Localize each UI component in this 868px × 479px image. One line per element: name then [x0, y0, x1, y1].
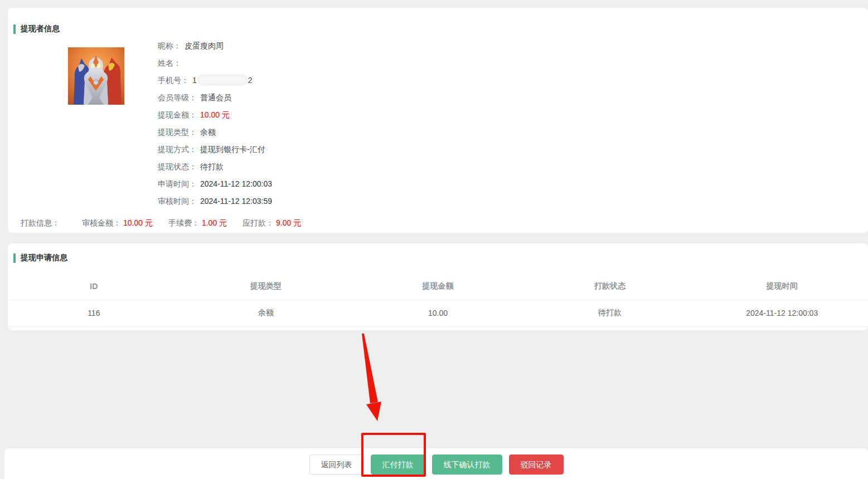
- cell-status: 待打款: [524, 300, 696, 326]
- application-card-title: 提现申请信息: [13, 253, 67, 263]
- field-withdraw-method: 提现方式：提现到银行卡-汇付: [158, 141, 272, 158]
- col-header-status: 打款状态: [524, 273, 696, 300]
- col-header-type: 提现类型: [180, 273, 352, 300]
- field-label: 手机号：: [158, 76, 189, 85]
- section-title-text: 提现者信息: [21, 24, 60, 34]
- field-apply-time: 申请时间：2024-11-12 12:00:03: [158, 175, 272, 193]
- green-accent-bar: [13, 25, 16, 34]
- field-value: 提现到银行卡-汇付: [200, 145, 265, 154]
- field-value: 待打款: [200, 162, 224, 171]
- field-value: 普通会员: [200, 93, 231, 102]
- field-label: 昵称：: [158, 41, 181, 50]
- reject-record-button[interactable]: 驳回记录: [509, 454, 564, 475]
- col-header-time: 提现时间: [696, 273, 868, 300]
- col-header-amount: 提现金额: [352, 273, 524, 300]
- phone-suffix: 2: [248, 76, 253, 85]
- field-name: 姓名：: [158, 55, 272, 72]
- phone-prefix: 1: [192, 76, 197, 85]
- payment-audit-amount: 审核金额：10.00 元: [82, 218, 153, 227]
- field-withdraw-status: 提现状态：待打款: [158, 158, 272, 175]
- field-value: 2024-11-12 12:00:03: [200, 179, 272, 188]
- field-nickname: 昵称：皮蛋瘦肉周: [158, 37, 272, 55]
- table-header-row: ID 提现类型 提现金额 打款状态 提现时间: [8, 273, 868, 300]
- huifu-pay-button[interactable]: 汇付打款: [371, 454, 425, 475]
- offline-confirm-pay-button[interactable]: 线下确认打款: [432, 454, 502, 475]
- payment-info-row: 打款信息：审核金额：10.00 元手续费：1.00 元应打款：9.00 元: [21, 214, 317, 232]
- field-label: 审核时间：: [158, 197, 197, 206]
- field-label: 申请时间：: [158, 179, 197, 188]
- field-withdraw-amount: 提现金额：10.00 元: [158, 106, 272, 124]
- cell-amount: 10.00: [352, 300, 524, 326]
- section-title-text: 提现申请信息: [21, 253, 67, 263]
- field-label: 会员等级：: [158, 93, 197, 102]
- withdrawal-detail-page: { "colors": { "page_bg": "#efefef", "acc…: [0, 0, 868, 479]
- table-row: 116 余额 10.00 待打款 2024-11-12 12:00:03: [8, 300, 868, 326]
- payment-due: 应打款：9.00 元: [243, 218, 301, 227]
- payment-info-label: 打款信息：: [21, 218, 60, 227]
- withdrawer-fields: 昵称：皮蛋瘦肉周 姓名： 手机号：12 会员等级：普通会员 提现金额：10.00…: [158, 37, 272, 210]
- field-value: 皮蛋瘦肉周: [185, 41, 224, 50]
- withdrawal-table: ID 提现类型 提现金额 打款状态 提现时间 116 余额 10.00 待打款 …: [8, 273, 868, 327]
- field-value: 余额: [200, 128, 216, 136]
- withdrawer-info-card: 提现者信息: [8, 8, 868, 233]
- field-label: 姓名：: [158, 58, 181, 67]
- field-value: 2024-11-12 12:03:59: [200, 197, 272, 206]
- cell-type: 余额: [180, 300, 352, 326]
- field-label: 提现状态：: [158, 162, 197, 171]
- col-header-id: ID: [8, 273, 180, 300]
- field-label: 提现方式：: [158, 145, 197, 154]
- avatar: [68, 47, 124, 105]
- field-value-red: 10.00 元: [200, 110, 230, 119]
- field-label: 提现类型：: [158, 128, 197, 136]
- field-member-level: 会员等级：普通会员: [158, 89, 272, 106]
- green-accent-bar: [13, 253, 16, 263]
- withdrawer-card-title: 提现者信息: [13, 24, 60, 34]
- phone-mask-blur: [198, 76, 246, 84]
- avatar-image: [68, 47, 124, 105]
- field-withdraw-type: 提现类型：余额: [158, 124, 272, 141]
- field-phone: 手机号：12: [158, 72, 272, 89]
- field-label: 提现金额：: [158, 110, 197, 119]
- cell-id: 116: [8, 300, 180, 326]
- cell-time: 2024-11-12 12:00:03: [696, 300, 868, 326]
- payment-fee: 手续费：1.00 元: [168, 218, 227, 227]
- withdrawal-application-card: 提现申请信息 ID 提现类型 提现金额 打款状态 提现时间 116 余额 10.…: [8, 243, 868, 330]
- action-bar: 返回列表 汇付打款 线下确认打款 驳回记录: [4, 448, 868, 479]
- field-audit-time: 审核时间：2024-11-12 12:03:59: [158, 193, 272, 210]
- back-to-list-button[interactable]: 返回列表: [309, 454, 364, 475]
